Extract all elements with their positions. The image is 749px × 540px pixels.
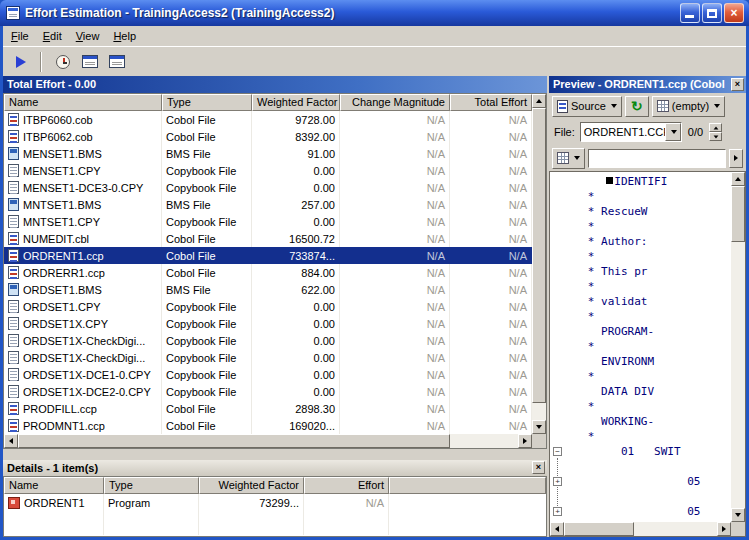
table-row[interactable]: ITBP6062.cobCobol File8392.00N/AN/A [4, 128, 532, 145]
column-header-change-magnitude[interactable]: Change Magnitude [340, 94, 450, 111]
code-line: DATA DIV [568, 384, 731, 399]
column-header-type[interactable]: Type [162, 94, 252, 111]
cell-type: Cobol File [162, 128, 252, 145]
toolbar-overflow-button[interactable] [729, 149, 743, 168]
code-hscrollbar[interactable] [550, 522, 731, 536]
file-combobox[interactable]: ORDRENT1.CCP [580, 122, 682, 142]
scroll-left-button[interactable] [4, 434, 18, 448]
table-row[interactable]: MENSET1.CPYCopybook File0.00N/AN/A [4, 162, 532, 179]
hscroll-track[interactable] [18, 434, 518, 448]
grid-line [198, 494, 199, 535]
hscroll-thumb[interactable] [18, 434, 450, 448]
vscroll-thumb[interactable] [532, 108, 546, 403]
table-row[interactable]: MENSET1-DCE3-0.CPYCopybook File0.00N/AN/… [4, 179, 532, 196]
table-row[interactable]: PRODMNT1.ccpCobol File169020...N/AN/A [4, 417, 532, 434]
cell-change-magnitude: N/A [340, 145, 450, 162]
grid-icon [557, 152, 569, 164]
file-combobox-dropdown[interactable] [665, 123, 681, 141]
details-caption: Details - 1 item(s) × [3, 460, 547, 476]
details-toggle-button[interactable] [104, 49, 129, 74]
cell-type: Cobol File [162, 111, 252, 128]
table-row[interactable]: MENSET1.BMSBMS File91.00N/AN/A [4, 145, 532, 162]
empty-dropdown-button[interactable]: (empty) [652, 96, 725, 117]
cell-weighted-factor: 8392.00 [252, 128, 340, 145]
scroll-left-button[interactable] [550, 522, 564, 536]
scroll-right-button[interactable] [518, 434, 532, 448]
menu-item-edit[interactable]: Edit [36, 27, 69, 45]
scroll-up-button[interactable] [731, 172, 745, 186]
table-row[interactable]: MNTSET1.BMSBMS File257.00N/AN/A [4, 196, 532, 213]
expand-fold-icon[interactable]: + [553, 507, 562, 516]
chevron-down-icon [574, 156, 580, 160]
table-row[interactable]: ORDSET1X-DCE1-0.CPYCopybook File0.00N/AN… [4, 366, 532, 383]
table-row[interactable]: PRODFILL.ccpCobol File2898.30N/AN/A [4, 400, 532, 417]
table-row[interactable]: ORDSET1X-CheckDigi...Copybook File0.00N/… [4, 332, 532, 349]
table-row[interactable]: ORDSET1.CPYCopybook File0.00N/AN/A [4, 298, 532, 315]
table-row[interactable]: MNTSET1.CPYCopybook File0.00N/AN/A [4, 213, 532, 230]
cell-name: ORDSET1.BMS [4, 281, 162, 298]
hscroll-thumb[interactable] [564, 522, 634, 536]
cobol-file-icon [8, 130, 19, 143]
column-header-weighted-factor[interactable]: Weighted Factor [199, 477, 304, 494]
cell-name: ORDSET1X-CheckDigi... [4, 332, 162, 349]
details-close-button[interactable]: × [532, 461, 545, 474]
close-button[interactable]: × [724, 3, 744, 23]
maximize-button[interactable] [702, 3, 722, 23]
arrow-right-icon [523, 438, 527, 444]
copybook-file-icon [8, 164, 19, 177]
column-header-name[interactable]: Name [4, 477, 104, 494]
column-header-type[interactable]: Type [104, 477, 199, 494]
hscroll-track[interactable] [564, 522, 717, 536]
scrollbar-corner [532, 434, 546, 448]
menu-item-file[interactable]: File [4, 27, 36, 45]
search-row [549, 145, 746, 171]
cell-weighted-factor: 0.00 [252, 349, 340, 366]
app-window: Effort Estimation - TrainingAccess2 (Tra… [0, 0, 749, 540]
cell-name: ORDSET1X-DCE2-0.CPY [4, 383, 162, 400]
effort-table-hscrollbar[interactable] [4, 434, 532, 448]
code-viewer[interactable]: −++ IDENTIFI * * RescueW * * Author: * *… [549, 171, 746, 537]
table-row[interactable]: ORDRERR1.ccpCobol File884.00N/AN/A [4, 264, 532, 281]
title-bar[interactable]: Effort Estimation - TrainingAccess2 (Tra… [0, 0, 749, 26]
menu-item-help[interactable]: Help [106, 27, 143, 45]
table-row[interactable]: ORDSET1X-DCE2-0.CPYCopybook File0.00N/AN… [4, 383, 532, 400]
scroll-up-button[interactable] [532, 94, 546, 108]
scroll-down-button[interactable] [731, 508, 745, 522]
column-header-effort[interactable]: Effort [304, 477, 389, 494]
cell-weighted-factor: 169020... [252, 417, 340, 434]
column-header-weighted-factor[interactable]: Weighted Factor [252, 94, 340, 111]
effort-options-button[interactable] [50, 49, 75, 74]
preview-search-input[interactable] [588, 149, 726, 168]
column-header-filler [389, 477, 546, 494]
vscroll-thumb[interactable] [731, 186, 745, 242]
table-row[interactable]: ORDSET1X.CPYCopybook File0.00N/AN/A [4, 315, 532, 332]
view-options-button[interactable] [552, 148, 585, 169]
source-button[interactable]: Source [552, 96, 622, 117]
preview-close-button[interactable]: × [731, 78, 744, 91]
code-vscrollbar[interactable] [731, 172, 745, 522]
vscroll-track[interactable] [731, 186, 745, 508]
table-row[interactable]: ITBP6060.cobCobol File9728.00N/AN/A [4, 111, 532, 128]
column-header-total-effort[interactable]: Total Effort [450, 94, 532, 111]
column-header-name[interactable]: Name [4, 94, 162, 111]
expand-fold-icon[interactable]: + [553, 477, 562, 486]
effort-table-vscrollbar[interactable] [532, 94, 546, 434]
table-row[interactable]: ORDSET1X-CheckDigi...Copybook File0.00N/… [4, 349, 532, 366]
collapse-fold-icon[interactable]: − [553, 447, 562, 456]
menu-item-view[interactable]: View [69, 27, 107, 45]
minimize-button[interactable] [680, 3, 700, 23]
table-row[interactable]: ORDRENT1.ccpCobol File733874...N/AN/A [4, 247, 532, 264]
code-line [568, 489, 731, 504]
scroll-right-button[interactable] [717, 522, 731, 536]
spin-up-button[interactable] [709, 123, 722, 132]
refresh-button[interactable]: ↻ [625, 96, 649, 117]
vscroll-track[interactable] [532, 108, 546, 420]
cell-change-magnitude: N/A [340, 366, 450, 383]
spin-down-button[interactable] [709, 132, 722, 141]
preview-toggle-button[interactable] [77, 49, 102, 74]
table-row[interactable]: ORDSET1.BMSBMS File622.00N/AN/A [4, 281, 532, 298]
run-estimation-button[interactable] [7, 49, 32, 74]
table-row[interactable]: ORDRENT1Program73299...N/A [4, 494, 546, 511]
scroll-down-button[interactable] [532, 420, 546, 434]
table-row[interactable]: NUMEDIT.cblCobol File16500.72N/AN/A [4, 230, 532, 247]
